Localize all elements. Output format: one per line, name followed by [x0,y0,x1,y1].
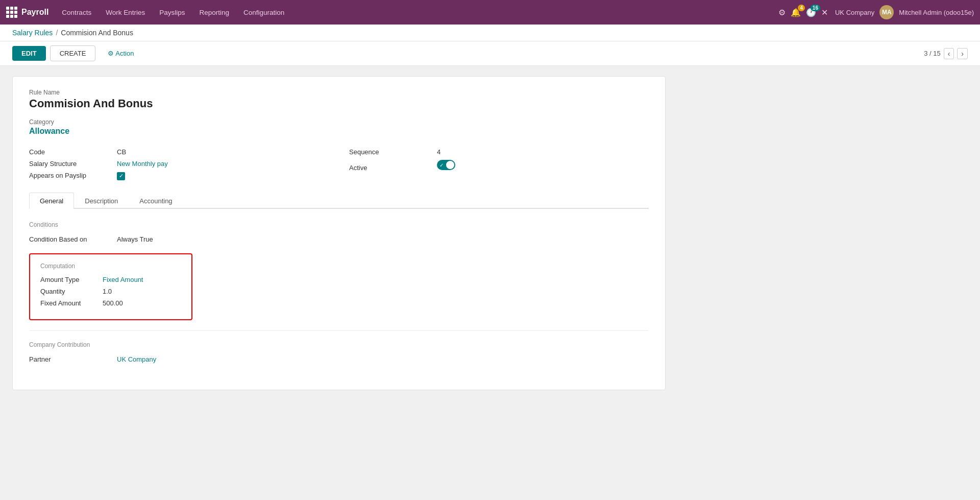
quantity-row: Quantity 1.0 [40,288,181,295]
user-name: Mitchell Admin (odoo15e) [899,9,974,16]
partner-label: Partner [29,355,111,363]
fixed-amount-value: 500.00 [103,299,123,307]
code-field-group: Code CB Salary Structure New Monthly pay… [29,146,329,182]
active-label: Active [349,164,431,172]
code-field: Code CB [29,146,329,158]
category-field: Category Allowance [29,118,649,136]
appears-on-payslip-label: Appears on Payslip [29,172,111,179]
apps-icon[interactable] [6,7,17,18]
nav-icons-group: ⚙ 🔔 4 🕐 16 ✕ UK Company MA Mitchell Admi… [778,5,974,19]
settings-icon[interactable]: ⚙ [778,8,786,17]
rule-name-label: Rule Name [29,89,649,96]
notifications-icon[interactable]: 🔔 4 [791,8,801,17]
appears-on-payslip-field: Appears on Payslip ✓ [29,170,329,182]
form-card: Rule Name Commision And Bonus Category A… [12,76,666,390]
brand-name: Payroll [21,8,48,17]
amount-type-row: Amount Type Fixed Amount [40,276,181,283]
section-divider [29,330,649,331]
nav-configuration[interactable]: Configuration [238,7,289,18]
quantity-value: 1.0 [103,288,112,295]
sequence-value: 4 [437,148,440,156]
breadcrumb-parent[interactable]: Salary Rules [12,29,53,37]
tab-bar: General Description Accounting [29,193,649,209]
category-value[interactable]: Allowance [29,127,649,136]
computation-section-label: Computation [40,263,181,270]
top-navigation: Payroll Contracts Work Entries Payslips … [0,0,980,25]
fixed-amount-label: Fixed Amount [40,299,96,307]
condition-based-on-value: Always True [117,235,153,243]
code-sequence-row: Code CB Salary Structure New Monthly pay… [29,146,649,182]
breadcrumb-separator: / [56,29,58,37]
nav-payslips[interactable]: Payslips [154,7,190,18]
tab-accounting[interactable]: Accounting [129,193,183,209]
pager: 3 / 15 ‹ › [924,48,968,59]
quantity-label: Quantity [40,288,96,295]
company-contribution-section-label: Company Contribution [29,341,649,348]
salary-structure-label: Salary Structure [29,160,111,168]
breadcrumb: Salary Rules / Commision And Bonus [0,25,980,41]
partner-field: Partner UK Company [29,353,649,365]
create-button[interactable]: CREATE [50,45,96,61]
active-field: Active ✓ [349,158,649,174]
category-label: Category [29,118,649,126]
rule-name-value: Commision And Bonus [29,97,649,110]
close-icon[interactable]: ✕ [821,8,828,17]
computation-section: Computation Amount Type Fixed Amount Qua… [29,253,192,320]
avatar[interactable]: MA [879,5,894,19]
code-value: CB [117,148,126,156]
conditions-section-label: Conditions [29,221,649,228]
tab-general[interactable]: General [29,193,74,209]
tab-description[interactable]: Description [74,193,129,209]
pager-next[interactable]: › [957,48,968,59]
nav-contracts[interactable]: Contracts [57,7,96,18]
active-toggle[interactable]: ✓ [437,160,455,170]
notification-badge: 4 [798,5,805,11]
sequence-field: Sequence 4 [349,146,649,158]
condition-based-on-label: Condition Based on [29,235,111,243]
fixed-amount-row: Fixed Amount 500.00 [40,299,181,307]
breadcrumb-current: Commision And Bonus [61,29,133,37]
amount-type-value[interactable]: Fixed Amount [103,276,143,283]
brand-logo[interactable]: Payroll [6,7,48,18]
clock-badge: 16 [811,5,820,11]
code-label: Code [29,148,111,156]
rule-name-field: Rule Name Commision And Bonus [29,89,649,110]
condition-based-on-field: Condition Based on Always True [29,233,649,245]
nav-work-entries[interactable]: Work Entries [101,7,150,18]
salary-structure-value[interactable]: New Monthly pay [117,160,168,168]
sequence-label: Sequence [349,148,431,156]
pager-text: 3 / 15 [924,50,941,57]
nav-reporting[interactable]: Reporting [194,7,234,18]
clock-icon[interactable]: 🕐 16 [806,8,816,17]
toolbar: EDIT CREATE ⚙ Action 3 / 15 ‹ › [0,41,980,66]
appears-on-payslip-checkbox[interactable]: ✓ [117,172,125,180]
edit-button[interactable]: EDIT [12,46,46,61]
tab-content-general: Conditions Condition Based on Always Tru… [29,209,649,365]
pager-prev[interactable]: ‹ [944,48,954,59]
main-content: Rule Name Commision And Bonus Category A… [0,66,980,400]
toggle-check-icon: ✓ [439,162,444,168]
salary-structure-field: Salary Structure New Monthly pay [29,158,329,170]
company-name: UK Company [835,9,874,16]
partner-value[interactable]: UK Company [117,355,156,363]
amount-type-label: Amount Type [40,276,96,283]
sequence-active-group: Sequence 4 Active ✓ [349,146,649,182]
action-label: ⚙ Action [108,50,134,57]
action-menu[interactable]: ⚙ Action [108,50,134,57]
